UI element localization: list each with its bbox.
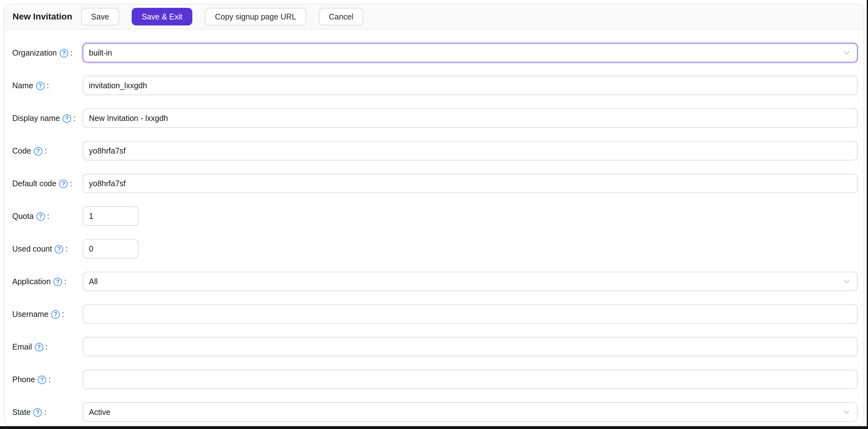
field-row-used-count: Used count ? : xyxy=(4,239,864,259)
application-select[interactable]: All xyxy=(83,272,858,291)
label-colon: : xyxy=(44,146,47,156)
copy-signup-url-button[interactable]: Copy signup page URL xyxy=(205,8,306,26)
label-colon: : xyxy=(64,277,66,286)
chevron-down-icon xyxy=(842,408,851,416)
field-label-cell: Email ? : xyxy=(12,342,83,352)
field-label: Default code xyxy=(12,179,56,188)
save-button[interactable]: Save xyxy=(81,8,119,26)
help-icon[interactable]: ? xyxy=(36,212,45,221)
quota-input[interactable] xyxy=(83,206,138,226)
help-icon[interactable]: ? xyxy=(38,375,46,384)
help-icon[interactable]: ? xyxy=(33,408,42,417)
field-row-name: Name ? : xyxy=(4,76,864,95)
label-colon: : xyxy=(47,81,49,90)
field-label: Name xyxy=(12,81,33,90)
field-label: Quota xyxy=(12,212,34,221)
help-icon[interactable]: ? xyxy=(63,114,71,123)
label-colon: : xyxy=(62,310,64,319)
field-label-cell: Default code ? : xyxy=(12,179,83,188)
label-colon: : xyxy=(45,342,48,352)
field-row-quota: Quota ? : xyxy=(4,206,864,226)
label-colon: : xyxy=(70,48,72,58)
invitation-edit-card: New Invitation Save Save & Exit Copy sig… xyxy=(4,4,864,426)
organization-select-value: built-in xyxy=(89,48,112,58)
field-row-code: Code ? : xyxy=(4,141,864,161)
field-label: State xyxy=(12,408,30,417)
field-row-application: Application ? : All xyxy=(4,272,864,291)
field-row-organization: Organization ? : built-in xyxy=(4,43,864,63)
help-icon[interactable]: ? xyxy=(59,179,68,188)
help-icon[interactable]: ? xyxy=(54,277,62,286)
name-input[interactable] xyxy=(83,76,858,95)
field-row-state: State ? : Active xyxy=(4,402,864,422)
field-label-cell: Phone ? : xyxy=(12,375,83,384)
field-row-default-code: Default code ? : xyxy=(4,174,864,193)
help-icon[interactable]: ? xyxy=(35,343,43,352)
phone-input[interactable] xyxy=(83,370,858,389)
field-label-cell: Name ? : xyxy=(12,81,83,90)
invitation-form: Organization ? : built-in Name ? : xyxy=(4,30,864,422)
state-select-value: Active xyxy=(89,408,110,417)
label-colon: : xyxy=(65,244,68,254)
help-icon[interactable]: ? xyxy=(55,245,63,254)
help-icon[interactable]: ? xyxy=(34,147,42,156)
email-input[interactable] xyxy=(83,337,858,357)
help-icon[interactable]: ? xyxy=(51,310,60,319)
app-viewport: New Invitation Save Save & Exit Copy sig… xyxy=(0,0,868,429)
display-name-input[interactable] xyxy=(83,108,858,128)
used-count-input[interactable] xyxy=(83,239,138,259)
field-label-cell: Username ? : xyxy=(12,310,83,319)
help-icon[interactable]: ? xyxy=(60,49,68,58)
default-code-input[interactable] xyxy=(83,174,858,193)
chevron-down-icon xyxy=(842,49,851,57)
field-row-display-name: Display name ? : xyxy=(4,108,864,128)
field-label-cell: Application ? : xyxy=(12,277,83,286)
field-label-cell: Organization ? : xyxy=(12,48,83,58)
field-label-cell: Used count ? : xyxy=(12,244,83,254)
chevron-down-icon xyxy=(842,277,851,286)
field-label: Code xyxy=(12,146,31,156)
username-input[interactable] xyxy=(83,304,858,324)
label-colon: : xyxy=(73,114,75,123)
field-label: Application xyxy=(12,277,51,286)
field-label: Email xyxy=(12,342,32,352)
field-row-username: Username ? : xyxy=(4,304,864,324)
field-row-phone: Phone ? : xyxy=(4,370,864,389)
page-title: New Invitation xyxy=(12,12,72,22)
label-colon: : xyxy=(70,179,72,188)
state-select[interactable]: Active xyxy=(83,402,858,422)
window-edge-right xyxy=(867,0,868,429)
field-label: Phone xyxy=(12,375,35,384)
label-colon: : xyxy=(49,375,51,384)
save-and-exit-button[interactable]: Save & Exit xyxy=(132,8,192,26)
field-row-email: Email ? : xyxy=(4,337,864,357)
field-label: Used count xyxy=(12,244,52,254)
field-label-cell: Code ? : xyxy=(12,146,83,156)
label-colon: : xyxy=(47,212,49,221)
field-label-cell: Quota ? : xyxy=(12,212,83,221)
field-label: Display name xyxy=(12,114,60,123)
code-input[interactable] xyxy=(83,141,858,161)
help-icon[interactable]: ? xyxy=(36,81,44,90)
application-select-value: All xyxy=(89,277,98,286)
toolbar: New Invitation Save Save & Exit Copy sig… xyxy=(4,4,864,30)
organization-select[interactable]: built-in xyxy=(83,43,858,63)
field-label: Organization xyxy=(12,48,57,58)
window-edge-bottom xyxy=(0,426,868,429)
label-colon: : xyxy=(44,408,46,417)
field-label-cell: Display name ? : xyxy=(12,114,83,123)
field-label: Username xyxy=(12,310,49,319)
field-label-cell: State ? : xyxy=(12,408,83,417)
cancel-button[interactable]: Cancel xyxy=(319,8,364,26)
